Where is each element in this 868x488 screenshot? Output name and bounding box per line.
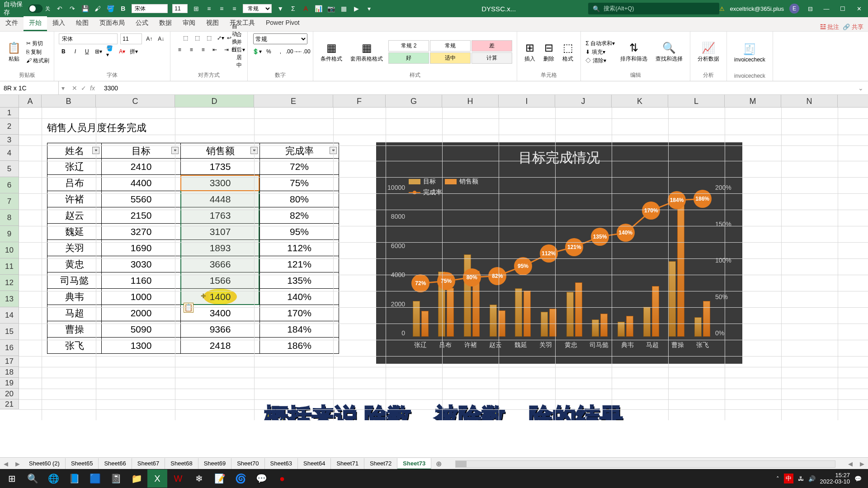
row-header-12[interactable]: 12 xyxy=(0,275,19,291)
fillcolor-button[interactable]: 🪣▾ xyxy=(106,47,115,56)
align-c-icon[interactable]: ≡ xyxy=(187,45,196,54)
tray-sound-icon[interactable]: 🔊 xyxy=(808,475,816,482)
fontcolor-button[interactable]: A▾ xyxy=(118,47,127,56)
wechat-icon[interactable]: 💬 xyxy=(251,469,271,488)
row-header-21[interactable]: 21 xyxy=(0,399,19,409)
row-header-9[interactable]: 9 xyxy=(0,226,19,242)
fill-button[interactable]: ⬇ 填充▾ xyxy=(585,48,615,56)
menu-tab-10[interactable]: Power Pivot xyxy=(260,16,305,31)
currency-icon[interactable]: 💲▾ xyxy=(252,47,261,56)
style-cell-2[interactable]: 差 xyxy=(472,40,512,52)
col-header-C[interactable]: C xyxy=(96,95,175,107)
italic-button[interactable]: I xyxy=(71,47,80,56)
sheet-tab[interactable]: Sheet72 xyxy=(364,458,397,469)
comma-icon[interactable]: , xyxy=(276,47,285,56)
border-icon[interactable]: ⊞ xyxy=(192,5,200,13)
style-cell-0[interactable]: 常规 2 xyxy=(388,40,429,52)
onenote-icon[interactable]: 📓 xyxy=(106,469,126,488)
excel-icon[interactable]: X xyxy=(147,469,167,488)
minimize-icon[interactable]: — xyxy=(821,3,832,14)
comments-button[interactable]: ☳ 批注 xyxy=(820,23,840,31)
border-button[interactable]: ⊞▾ xyxy=(94,47,103,56)
col-header-L[interactable]: L xyxy=(668,95,725,107)
fontcolor-icon[interactable]: A xyxy=(302,5,310,13)
redo-icon[interactable]: ↷ xyxy=(68,5,76,13)
tray-net-icon[interactable]: 🖧 xyxy=(798,475,804,482)
col-header-J[interactable]: J xyxy=(555,95,612,107)
menu-tab-6[interactable]: 数据 xyxy=(154,16,177,31)
sum-icon[interactable]: Σ xyxy=(289,5,297,13)
col-header-D[interactable]: D xyxy=(175,95,254,107)
row-header-7[interactable]: 7 xyxy=(0,193,19,210)
menu-tab-2[interactable]: 插入 xyxy=(47,16,71,31)
clear-button[interactable]: ◇ 清除▾ xyxy=(585,57,615,65)
row-header-4[interactable]: 4 xyxy=(0,145,19,161)
align-l-icon[interactable]: ≡ xyxy=(175,45,184,54)
search-taskbar-icon[interactable]: 🔍 xyxy=(23,469,42,488)
sort-filter-button[interactable]: ⇅排序和筛选 xyxy=(618,40,650,65)
close-icon[interactable]: ✕ xyxy=(854,3,864,14)
chrome-icon[interactable]: 🌐 xyxy=(43,469,63,488)
app-icon-2[interactable]: 🟦 xyxy=(85,469,105,488)
search-box[interactable]: 🔍 搜索(Alt+Q) xyxy=(588,3,719,14)
worksheet-grid[interactable]: ABCDEFGHIJKLMN 1234567891011121314151617… xyxy=(0,95,868,420)
underline-button[interactable]: U xyxy=(82,47,91,56)
sheet-tab[interactable]: Sheet63 xyxy=(265,458,298,469)
row-header-8[interactable]: 8 xyxy=(0,210,19,226)
increase-font-icon[interactable]: A↑ xyxy=(145,34,154,43)
style-cell-1[interactable]: 常规 xyxy=(430,40,471,52)
menu-tab-1[interactable]: 开始 xyxy=(24,16,47,31)
insert-cells-button[interactable]: ⊞插入 xyxy=(522,40,538,65)
sheet-tab[interactable]: Sheet73 xyxy=(397,458,431,469)
align-bot-icon[interactable]: ⬚ xyxy=(204,33,213,42)
row-header-3[interactable]: 3 xyxy=(0,135,19,145)
sheet-tab[interactable]: Sheet69 xyxy=(198,458,231,469)
analyze-button[interactable]: 📈分析数据 xyxy=(695,40,722,65)
enter-formula-icon[interactable]: ✓ xyxy=(81,84,86,92)
scroll-right-icon[interactable]: ▶ xyxy=(856,460,868,467)
copy-button[interactable]: ⎘ 复制 xyxy=(26,48,49,56)
chart-icon[interactable]: 📊 xyxy=(314,5,322,13)
row-header-19[interactable]: 19 xyxy=(0,378,19,389)
notifications-icon[interactable]: 💬 xyxy=(854,475,862,482)
camera-icon[interactable]: 📷 xyxy=(327,5,335,13)
tray-up-icon[interactable]: ˄ xyxy=(776,475,779,482)
qat-fontsize[interactable] xyxy=(172,4,188,13)
cut-button[interactable]: ✂ 剪切 xyxy=(26,40,49,47)
row-header-10[interactable]: 10 xyxy=(0,242,19,258)
sheet-nav-prev-icon[interactable]: ◀ xyxy=(0,460,12,467)
col-header-F[interactable]: F xyxy=(333,95,386,107)
col-header-E[interactable]: E xyxy=(254,95,333,107)
macro-icon[interactable]: ▶ xyxy=(352,5,360,13)
app-icon-1[interactable]: 📘 xyxy=(64,469,84,488)
name-box[interactable]: 8R x 1C xyxy=(0,81,59,94)
invoice-button[interactable]: 🧾invoicecheck xyxy=(731,41,768,65)
paste-options-icon[interactable]: 📋 xyxy=(184,303,193,313)
qat-numfmt[interactable]: 常规 xyxy=(243,4,272,13)
orientation-icon[interactable]: ⤢▾ xyxy=(216,33,225,42)
align-mid-icon[interactable]: ⬚ xyxy=(193,33,202,42)
menu-tab-0[interactable]: 文件 xyxy=(0,16,24,31)
app-icon-4[interactable]: 📝 xyxy=(210,469,230,488)
menu-tab-5[interactable]: 公式 xyxy=(130,16,154,31)
taskbar-clock[interactable]: 15:272022-03-10 xyxy=(820,472,850,485)
undo-icon[interactable]: ↶ xyxy=(56,5,64,13)
format-painter-button[interactable]: 🖌 格式刷 xyxy=(26,57,49,65)
find-select-button[interactable]: 🔍查找和选择 xyxy=(653,40,685,65)
expand-formula-icon[interactable]: ⌄ xyxy=(854,84,868,92)
row-header-20[interactable]: 20 xyxy=(0,389,19,399)
sheet-nav-next-icon[interactable]: ▶ xyxy=(12,460,24,467)
brush-icon[interactable]: 🖌 xyxy=(94,5,102,13)
inc-decimal-icon[interactable]: .00→ xyxy=(288,47,297,56)
align-top-icon[interactable]: ⬚ xyxy=(181,33,190,42)
cond-format-button[interactable]: ▦条件格式 xyxy=(318,40,345,65)
col-header-I[interactable]: I xyxy=(499,95,555,107)
save-icon[interactable]: 💾 xyxy=(81,5,89,13)
phonetic-button[interactable]: 拼▾ xyxy=(129,47,138,56)
autosave-toggle[interactable]: 自动保存 关 xyxy=(4,0,50,17)
row-header-11[interactable]: 11 xyxy=(0,258,19,275)
dec-decimal-icon[interactable]: ←.00 xyxy=(299,47,308,56)
style-cell-5[interactable]: 计算 xyxy=(472,52,512,64)
row-header-14[interactable]: 14 xyxy=(0,307,19,324)
add-sheet-icon[interactable]: ⊕ xyxy=(431,460,446,468)
